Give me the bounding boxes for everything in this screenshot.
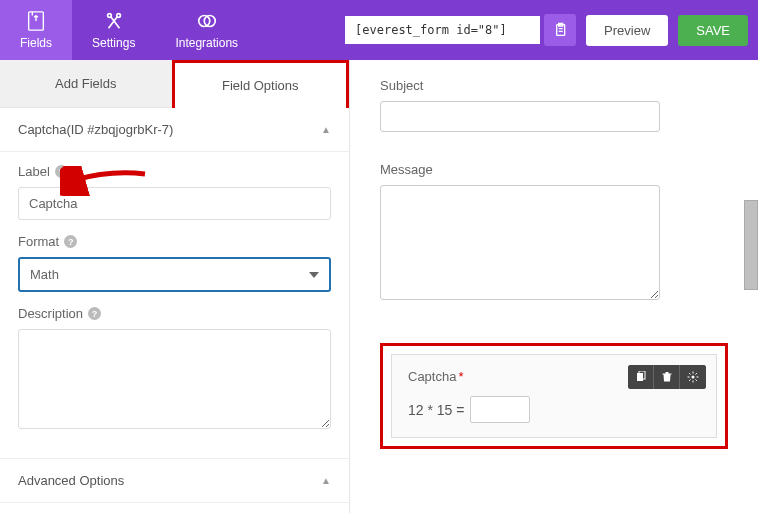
captcha-answer-input[interactable] bbox=[470, 396, 530, 423]
preview-button[interactable]: Preview bbox=[586, 15, 668, 46]
format-select[interactable]: Math bbox=[18, 257, 331, 292]
format-text: Format bbox=[18, 234, 59, 249]
tab-add-fields[interactable]: Add Fields bbox=[0, 60, 172, 108]
caret-up-icon: ▲ bbox=[321, 475, 331, 486]
subject-label: Subject bbox=[380, 78, 728, 93]
svg-point-1 bbox=[107, 14, 111, 18]
label-field-label: Label ? bbox=[18, 164, 331, 179]
toolbar-nav: Fields Settings Integrations bbox=[0, 0, 258, 60]
copy-icon bbox=[635, 371, 647, 383]
description-field-label: Description ? bbox=[18, 306, 331, 321]
preview-message-field[interactable]: Message bbox=[380, 162, 728, 303]
nav-fields-label: Fields bbox=[20, 36, 52, 50]
nav-fields[interactable]: Fields bbox=[0, 0, 72, 60]
section-body: Label ? Format ? Math bbox=[0, 152, 349, 459]
format-field-label: Format ? bbox=[18, 234, 331, 249]
toolbar-actions: Preview SAVE bbox=[345, 14, 748, 46]
help-icon[interactable]: ? bbox=[55, 165, 68, 178]
label-row: Label ? bbox=[18, 164, 331, 220]
nav-integrations-label: Integrations bbox=[175, 36, 238, 50]
captcha-question: 12 * 15 = bbox=[408, 402, 464, 418]
integrations-icon bbox=[196, 10, 218, 32]
preview-subject-field[interactable]: Subject bbox=[380, 78, 728, 132]
settings-button[interactable] bbox=[680, 365, 706, 389]
nav-integrations[interactable]: Integrations bbox=[155, 0, 258, 60]
label-text: Label bbox=[18, 164, 50, 179]
advanced-options-title: Advanced Options bbox=[18, 473, 124, 488]
shortcode-wrap bbox=[345, 14, 576, 46]
captcha-label-text: Captcha bbox=[408, 369, 456, 384]
sidebar-tabs: Add Fields Field Options bbox=[0, 60, 349, 108]
captcha-math: 12 * 15 = bbox=[408, 396, 700, 423]
captcha-highlight: Captcha* 12 * 15 = bbox=[380, 343, 728, 449]
nav-settings-label: Settings bbox=[92, 36, 135, 50]
message-label: Message bbox=[380, 162, 728, 177]
clipboard-icon bbox=[552, 22, 568, 38]
section-header-captcha[interactable]: Captcha(ID #zbqjogrbKr-7) ▲ bbox=[0, 108, 349, 152]
svg-point-8 bbox=[692, 376, 695, 379]
section-title: Captcha(ID #zbqjogrbKr-7) bbox=[18, 122, 173, 137]
svg-rect-6 bbox=[637, 373, 643, 381]
body-wrap: Add Fields Field Options Captcha(ID #zbq… bbox=[0, 60, 758, 513]
top-toolbar: Fields Settings Integrations Preview SAV… bbox=[0, 0, 758, 60]
description-row: Description ? bbox=[18, 306, 331, 432]
form-canvas: Subject Message bbox=[350, 60, 758, 513]
description-text: Description bbox=[18, 306, 83, 321]
format-select-wrap: Math bbox=[18, 257, 331, 292]
delete-button[interactable] bbox=[654, 365, 680, 389]
shortcode-input[interactable] bbox=[345, 16, 540, 44]
message-textarea[interactable] bbox=[380, 185, 660, 300]
trash-icon bbox=[661, 371, 673, 383]
svg-point-2 bbox=[116, 14, 120, 18]
field-actions bbox=[628, 365, 706, 389]
captcha-block[interactable]: Captcha* 12 * 15 = bbox=[391, 354, 717, 438]
gear-icon bbox=[687, 371, 699, 383]
caret-up-icon: ▲ bbox=[321, 124, 331, 135]
help-icon[interactable]: ? bbox=[64, 235, 77, 248]
settings-icon bbox=[103, 10, 125, 32]
sidebar-content: Captcha(ID #zbqjogrbKr-7) ▲ Label ? Form… bbox=[0, 108, 349, 513]
format-row: Format ? Math bbox=[18, 234, 331, 292]
subject-input[interactable] bbox=[380, 101, 660, 132]
required-star: * bbox=[458, 369, 463, 384]
save-button[interactable]: SAVE bbox=[678, 15, 748, 46]
label-input[interactable] bbox=[18, 187, 331, 220]
duplicate-button[interactable] bbox=[628, 365, 654, 389]
help-icon[interactable]: ? bbox=[88, 307, 101, 320]
copy-shortcode-button[interactable] bbox=[544, 14, 576, 46]
section-header-advanced[interactable]: Advanced Options ▲ bbox=[0, 459, 349, 503]
scrollbar[interactable] bbox=[744, 200, 758, 290]
nav-settings[interactable]: Settings bbox=[72, 0, 155, 60]
fields-icon bbox=[25, 10, 47, 32]
tab-field-options[interactable]: Field Options bbox=[172, 60, 350, 108]
sidebar: Add Fields Field Options Captcha(ID #zbq… bbox=[0, 60, 350, 513]
description-textarea[interactable] bbox=[18, 329, 331, 429]
